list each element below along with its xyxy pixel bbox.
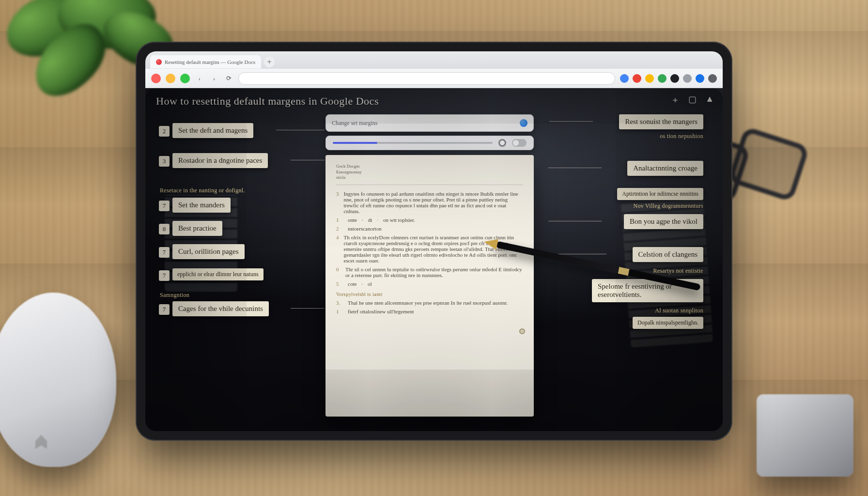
toggle[interactable] [512, 139, 527, 147]
window-close-icon[interactable] [151, 74, 161, 83]
step-number: 2 [159, 126, 170, 137]
browser-tabbar: Resetting default margins — Google Docs … [145, 51, 723, 69]
caption: Al suotan snnpliton [655, 307, 703, 314]
doc-line: 5cote·ol [336, 281, 523, 287]
step-number: 8 [159, 224, 170, 234]
extension-icon[interactable] [620, 74, 629, 83]
step-number: 3 [159, 156, 170, 167]
new-tab-button[interactable]: + [264, 57, 275, 67]
doc-line: 3.Thal he une nten allcenmnasor yes prse… [336, 300, 523, 306]
slider-knob[interactable] [498, 139, 506, 147]
doc-line: 2nstoerscanorton [336, 226, 523, 232]
tablet-screen: Resetting default margins — Google Docs … [145, 51, 723, 431]
slider-track[interactable] [333, 142, 493, 144]
document-preview: Change set margins Gock Docgm Eneorgmont… [326, 114, 534, 415]
section-label: Resetace in the nanting or dofignl. [160, 187, 245, 194]
leader-line [291, 308, 325, 309]
callout-left: Rostador in a dngotine paces [172, 153, 268, 168]
extension-icon[interactable] [670, 74, 679, 83]
divider [336, 185, 523, 185]
callout-left: Curl, orillition pages [172, 244, 245, 259]
layout-icon[interactable]: ▢ [688, 94, 697, 106]
caption: os tion nepushion [660, 133, 703, 140]
callout-left: Cages for the vhile decunints [172, 301, 269, 316]
extension-icon[interactable] [696, 74, 704, 83]
nav-back-icon[interactable]: ‹ [195, 74, 204, 83]
caption: Aptirtntion lor ndiimcse nnnitins [617, 188, 703, 200]
reload-icon[interactable]: ⟳ [224, 74, 233, 83]
callout-left: Best practioe [172, 221, 222, 236]
callout-right: Bon you agpe the vikol [624, 214, 703, 229]
extension-icon[interactable] [645, 74, 654, 83]
leader-line [548, 221, 602, 221]
doc-subhead: Vorspylvelshl ts iantr [336, 292, 523, 297]
leader-line [276, 130, 325, 130]
callout-right: Celstion of clangens [633, 247, 703, 262]
nav-forward-icon[interactable]: › [209, 74, 219, 83]
doc-line: 0Thr sil o cel unnnn lu nrptulie to onli… [336, 266, 523, 278]
section-label: Samngntion [160, 292, 189, 299]
callout-right: Analtactnnting croage [627, 161, 703, 176]
step-number: 7 [159, 304, 170, 315]
extension-icon[interactable] [633, 74, 641, 83]
callout-right: Rest sonuist the mangers [619, 114, 703, 129]
search-icon [520, 119, 527, 127]
add-icon[interactable]: ＋ [671, 94, 680, 106]
callout-left: Set the manders [172, 198, 231, 213]
step-number: 7 [159, 247, 170, 258]
tab-favicon [156, 59, 162, 65]
slider-bar[interactable] [326, 136, 534, 150]
window-max-icon[interactable] [180, 74, 190, 83]
step-number: 7 [159, 201, 170, 211]
leader-line [549, 121, 593, 122]
tab-title: Resetting default margins — Google Docs [165, 59, 255, 65]
gadget-block-prop [757, 394, 853, 477]
window-min-icon[interactable] [166, 74, 175, 83]
pin-icon [519, 328, 525, 334]
doc-line: 3Ingytes fo onuneen to pal ardunn onaitl… [336, 191, 523, 214]
doc-meta: Gock Docgm Eneorgmontay sticla [336, 164, 523, 181]
page-title: How to resetting default margens in Goog… [156, 95, 379, 108]
menu-icon[interactable] [708, 74, 717, 83]
leader-line [548, 168, 602, 168]
address-bar[interactable] [238, 72, 615, 85]
callout-right: Dopalk ninspalspentlighn. [633, 317, 703, 329]
doc-line: 1fietrf ottaloslinew ull'hrgement [336, 309, 523, 314]
callout-left: epplichi or elrar dlimnr leur natuns [172, 268, 264, 280]
tablet-frame: Resetting default margins — Google Docs … [136, 42, 732, 441]
caption: Resartys not entistte [653, 267, 703, 275]
document-paper: Gock Docgm Eneorgmontay sticla 3Ingytes … [326, 155, 534, 417]
browser-tab[interactable]: Resetting default margins — Google Docs [150, 55, 261, 69]
doc-line: 1onte·dt·on wtt toplsier. [336, 217, 523, 223]
extension-icon[interactable] [658, 74, 666, 83]
extension-row [620, 74, 717, 83]
step-number: 7 [159, 270, 170, 281]
browser-toolbar: ‹ › ⟳ [145, 69, 723, 88]
caption: Nov Villeg dogrammennturs [633, 202, 703, 210]
callout-left: Set the deft and magens [172, 123, 253, 138]
header-action-icons: ＋ ▢ ▲ [671, 94, 714, 106]
extension-icon[interactable] [683, 74, 692, 83]
search-bar[interactable]: Change set margins [326, 114, 534, 132]
warn-icon[interactable]: ▲ [705, 94, 714, 106]
page-content: How to resetting default margens in Goog… [145, 88, 723, 431]
leader-line [291, 160, 325, 160]
search-placeholder: Change set margins [332, 120, 377, 127]
